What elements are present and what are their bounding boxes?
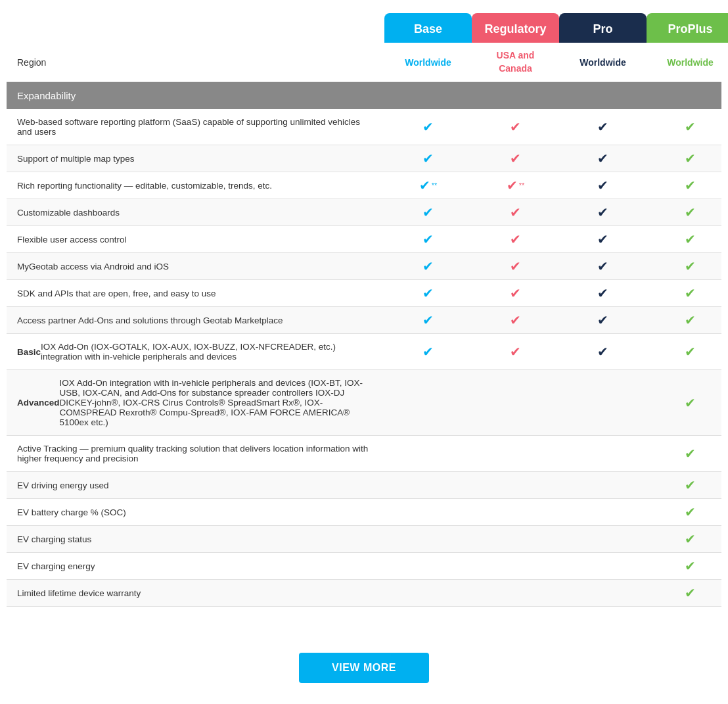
check-icon-pro: ✔ [597,204,608,220]
feature-check-regulatory: ✔ [472,199,559,225]
feature-check-regulatory [472,553,559,579]
check-icon-proplus: ✔ [685,504,696,520]
feature-check-regulatory: ✔ [472,226,559,252]
feature-row: Active Tracking — premium quality tracki… [7,436,721,472]
feature-check-proplus: ✔ [647,526,728,552]
check-icon-base: ✔ [422,119,434,135]
plans-header: Base Regulatory Pro ProPlus [7,13,721,43]
check-icon-stars-base: ✔ [419,177,430,193]
check-icon-regulatory: ✔ [510,151,521,166]
feature-check-proplus: ✔ [647,145,728,172]
feature-row: Flexible user access control✔✔✔✔ [7,226,721,253]
check-icon-proplus: ✔ [685,285,696,301]
feature-check-regulatory: ✔ [472,280,559,306]
check-icon-proplus: ✔ [685,151,696,166]
feature-row: Basic IOX Add-On (IOX-GOTALK, IOX-AUX, I… [7,334,721,370]
feature-label: Access partner Add-Ons and solutions thr… [7,307,384,333]
feature-check-base: ✔ [384,253,472,279]
check-icon-proplus: ✔ [685,258,696,274]
feature-check-pro [559,499,647,525]
feature-check-base [384,553,472,579]
check-icon-proplus: ✔ [685,204,696,220]
feature-label: Support of multiple map types [7,145,384,172]
feature-row: Limited lifetime device warranty✔ [7,580,721,607]
feature-check-base [384,526,472,552]
feature-check-regulatory [472,499,559,525]
check-icon-base: ✔ [422,204,434,220]
feature-row: Web-based software reporting platform (S… [7,109,721,145]
feature-check-pro [559,472,647,498]
feature-label: EV driving energy used [7,472,384,498]
check-icon-pro: ✔ [597,151,608,166]
check-icon-proplus: ✔ [685,312,696,328]
feature-label: Basic IOX Add-On (IOX-GOTALK, IOX-AUX, I… [7,334,384,369]
plan-proplus-header: ProPlus [647,13,728,43]
section-title: Expandability [7,82,728,109]
feature-label: Customizable dashboards [7,199,384,225]
region-regulatory: USA andCanada [472,43,559,82]
check-icon-base: ✔ [422,344,434,360]
check-icon-stars-regulatory: ✔ [507,177,518,193]
feature-check-proplus: ✔ [647,436,728,471]
region-base: Worldwide [384,43,472,82]
stars-label: ** [519,181,525,189]
feature-check-pro [559,553,647,579]
check-icon-pro: ✔ [597,119,608,135]
feature-check-regulatory [472,472,559,498]
feature-check-proplus: ✔ [647,307,728,333]
feature-check-proplus: ✔ [647,580,728,606]
check-icon-proplus: ✔ [685,395,696,411]
feature-check-proplus: ✔ [647,499,728,525]
region-row: Region Worldwide USA andCanada Worldwide… [7,43,721,82]
feature-row: Support of multiple map types✔✔✔✔ [7,145,721,172]
check-icon-proplus: ✔ [685,531,696,547]
feature-label: Flexible user access control [7,226,384,252]
feature-check-pro: ✔ [559,253,647,279]
feature-check-proplus: ✔ [647,472,728,498]
feature-check-pro: ✔ [559,109,647,145]
plan-base-header: Base [384,13,472,43]
feature-check-regulatory: ✔ [472,145,559,172]
plan-pro-header: Pro [559,13,647,43]
feature-row: Customizable dashboards✔✔✔✔ [7,199,721,226]
region-proplus: Worldwide [647,43,728,82]
feature-check-pro: ✔ [559,199,647,225]
feature-check-base [384,370,472,435]
feature-row: EV battery charge % (SOC)✔ [7,499,721,526]
feature-check-proplus: ✔ [647,109,728,145]
feature-row: EV charging energy✔ [7,553,721,580]
feature-check-pro [559,370,647,435]
check-icon-proplus: ✔ [685,477,696,493]
feature-label: EV battery charge % (SOC) [7,499,384,525]
check-icon-pro: ✔ [597,258,608,274]
feature-check-base: ✔ [384,199,472,225]
feature-check-regulatory [472,436,559,471]
check-icon-regulatory: ✔ [510,258,521,274]
check-icon-regulatory: ✔ [510,204,521,220]
feature-check-base [384,436,472,471]
stars-label: ** [432,181,438,189]
feature-check-base: ✔ [384,280,472,306]
region-pro: Worldwide [559,43,647,82]
feature-check-base [384,472,472,498]
feature-check-pro: ✔ [559,307,647,333]
check-icon-regulatory: ✔ [510,312,521,328]
check-icon-pro: ✔ [597,312,608,328]
feature-label: Web-based software reporting platform (S… [7,109,384,145]
check-icon-proplus: ✔ [685,231,696,247]
feature-check-proplus: ✔ [647,553,728,579]
view-more-button[interactable]: VIEW MORE [299,653,429,683]
check-icon-base: ✔ [422,231,434,247]
feature-check-pro [559,436,647,471]
feature-check-pro [559,580,647,606]
feature-row: EV charging status✔ [7,526,721,553]
feature-check-pro: ✔ [559,145,647,172]
check-icon-proplus: ✔ [685,446,696,461]
feature-check-base: ✔** [384,172,472,199]
feature-row: Rich reporting functionality — editable,… [7,172,721,199]
feature-check-proplus: ✔ [647,172,728,199]
feature-check-regulatory: ✔ [472,109,559,145]
feature-check-proplus: ✔ [647,280,728,306]
check-icon-proplus: ✔ [685,344,696,360]
feature-label: Advanced IOX Add-On integration with in-… [7,370,384,435]
